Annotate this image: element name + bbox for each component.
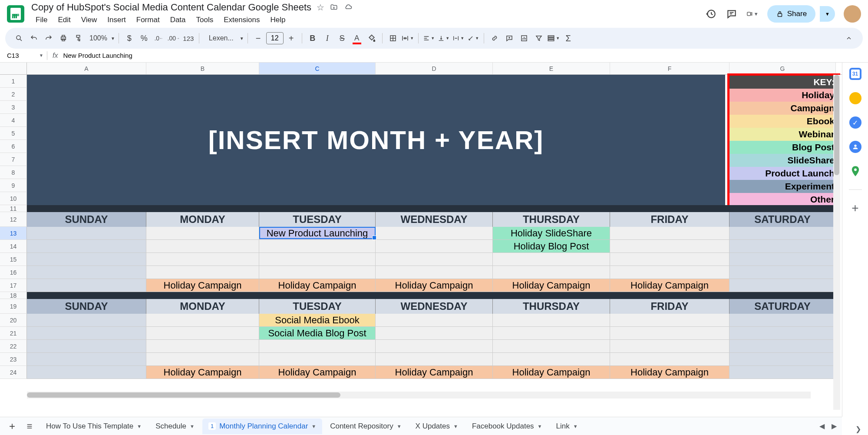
cell[interactable] bbox=[146, 353, 259, 366]
row-header-15[interactable]: 15 bbox=[0, 253, 27, 266]
cloud-saved-icon[interactable] bbox=[343, 3, 353, 11]
cell[interactable] bbox=[729, 240, 836, 253]
sheet-tab-content-repository[interactable]: Content Repository▼ bbox=[324, 418, 407, 434]
cell[interactable] bbox=[146, 240, 259, 253]
calendar-addon-icon[interactable]: 31 bbox=[849, 68, 861, 80]
cell[interactable] bbox=[610, 353, 729, 366]
column-header-C[interactable]: C bbox=[259, 63, 376, 74]
column-header-E[interactable]: E bbox=[493, 63, 610, 74]
cell[interactable]: Holiday Campaign bbox=[376, 366, 493, 379]
insert-comment-icon[interactable] bbox=[502, 31, 516, 45]
cell[interactable]: Holiday SlideShare bbox=[493, 227, 610, 240]
halign-icon[interactable]: ▼ bbox=[422, 31, 436, 45]
valign-icon[interactable]: ▼ bbox=[437, 31, 451, 45]
row-header-22[interactable]: 22 bbox=[0, 340, 27, 353]
column-header-B[interactable]: B bbox=[146, 63, 259, 74]
comments-icon[interactable] bbox=[726, 8, 738, 20]
history-icon[interactable] bbox=[705, 8, 717, 20]
merge-cells-icon[interactable]: ▼ bbox=[401, 31, 415, 45]
cell[interactable] bbox=[27, 240, 146, 253]
search-icon[interactable] bbox=[12, 31, 26, 45]
all-sheets-icon[interactable] bbox=[23, 419, 36, 433]
cell[interactable] bbox=[146, 227, 259, 240]
row-header-12[interactable]: 12 bbox=[0, 212, 27, 227]
link-icon[interactable] bbox=[488, 31, 502, 45]
cell[interactable] bbox=[146, 266, 259, 279]
menu-file[interactable]: File bbox=[31, 14, 52, 26]
cell[interactable] bbox=[27, 279, 146, 292]
cell[interactable] bbox=[376, 353, 493, 366]
cell[interactable]: Holiday Campaign bbox=[146, 366, 259, 379]
cell[interactable] bbox=[27, 353, 146, 366]
sheet-tab-x-updates[interactable]: X Updates▼ bbox=[409, 418, 464, 434]
cell[interactable] bbox=[376, 314, 493, 327]
cell[interactable] bbox=[27, 266, 146, 279]
cell[interactable] bbox=[27, 227, 146, 240]
print-icon[interactable] bbox=[56, 31, 70, 45]
name-box[interactable]: C13▼ bbox=[3, 52, 47, 59]
share-dropdown[interactable]: ▼ bbox=[820, 6, 835, 22]
cell[interactable] bbox=[610, 266, 729, 279]
row-header-18[interactable]: 18 bbox=[0, 292, 27, 299]
cell[interactable]: Holiday Campaign bbox=[376, 279, 493, 292]
column-header-G[interactable]: G bbox=[729, 63, 836, 74]
add-sheet-icon[interactable]: + bbox=[5, 419, 19, 433]
cell[interactable] bbox=[729, 327, 836, 340]
menu-help[interactable]: Help bbox=[266, 14, 290, 26]
row-header-8[interactable]: 8 bbox=[0, 166, 27, 179]
row-header-5[interactable]: 5 bbox=[0, 127, 27, 140]
cell[interactable] bbox=[729, 340, 836, 353]
fontsize-input[interactable]: 12 bbox=[266, 32, 284, 44]
row-header-6[interactable]: 6 bbox=[0, 140, 27, 153]
sheet-tab-monthly-planning-calendar[interactable]: 1Monthly Planning Calendar▼ bbox=[202, 418, 322, 434]
cell[interactable] bbox=[493, 353, 610, 366]
cell[interactable] bbox=[610, 240, 729, 253]
decrease-decimal-icon[interactable]: .0← bbox=[152, 31, 166, 45]
show-side-panel-icon[interactable]: ❯ bbox=[855, 425, 861, 433]
account-avatar[interactable] bbox=[844, 5, 861, 23]
strikethrough-icon[interactable]: S bbox=[335, 31, 349, 45]
cell[interactable] bbox=[493, 340, 610, 353]
horizontal-scrollbar[interactable] bbox=[27, 392, 811, 398]
cell[interactable] bbox=[259, 240, 376, 253]
row-header-3[interactable]: 3 bbox=[0, 101, 27, 114]
sheet-tab-link[interactable]: Link▼ bbox=[550, 418, 584, 434]
filter-icon[interactable] bbox=[532, 31, 546, 45]
zoom-select[interactable]: 100% ▼ bbox=[86, 31, 115, 45]
insert-chart-icon[interactable] bbox=[517, 31, 531, 45]
menu-format[interactable]: Format bbox=[132, 14, 164, 26]
cell[interactable] bbox=[610, 314, 729, 327]
cell[interactable] bbox=[729, 366, 836, 379]
maps-addon-icon[interactable] bbox=[849, 165, 861, 177]
cell[interactable] bbox=[610, 340, 729, 353]
undo-icon[interactable] bbox=[27, 31, 41, 45]
cell[interactable] bbox=[376, 266, 493, 279]
cell[interactable] bbox=[376, 227, 493, 240]
cell[interactable] bbox=[146, 253, 259, 266]
bold-icon[interactable]: B bbox=[306, 31, 320, 45]
row-header-1[interactable]: 1 bbox=[0, 75, 27, 88]
cell[interactable] bbox=[610, 227, 729, 240]
cell[interactable] bbox=[493, 327, 610, 340]
move-folder-icon[interactable] bbox=[330, 3, 338, 11]
row-header-23[interactable]: 23 bbox=[0, 353, 27, 366]
sheets-logo[interactable] bbox=[7, 5, 24, 23]
currency-icon[interactable]: $ bbox=[122, 31, 136, 45]
cell[interactable] bbox=[146, 314, 259, 327]
row-header-24[interactable]: 24 bbox=[0, 366, 27, 379]
select-all-corner[interactable] bbox=[0, 63, 27, 74]
functions-icon[interactable]: Σ bbox=[561, 31, 575, 45]
cell[interactable]: Social Media Ebook bbox=[259, 314, 376, 327]
italic-icon[interactable]: I bbox=[320, 31, 334, 45]
row-header-2[interactable]: 2 bbox=[0, 88, 27, 101]
row-header-19[interactable]: 19 bbox=[0, 299, 27, 314]
spreadsheet-grid[interactable]: ABCDEFG 12345678910111213141516171819202… bbox=[0, 63, 842, 417]
column-header-F[interactable]: F bbox=[610, 63, 729, 74]
row-header-7[interactable]: 7 bbox=[0, 153, 27, 166]
cell[interactable] bbox=[146, 327, 259, 340]
cell[interactable] bbox=[259, 340, 376, 353]
tab-scroll-left-icon[interactable]: ◀ bbox=[819, 422, 825, 430]
sheet-tab-how-to-use-this-template[interactable]: How To Use This Template▼ bbox=[40, 418, 148, 434]
paint-format-icon[interactable] bbox=[71, 31, 85, 45]
percent-icon[interactable]: % bbox=[137, 31, 151, 45]
